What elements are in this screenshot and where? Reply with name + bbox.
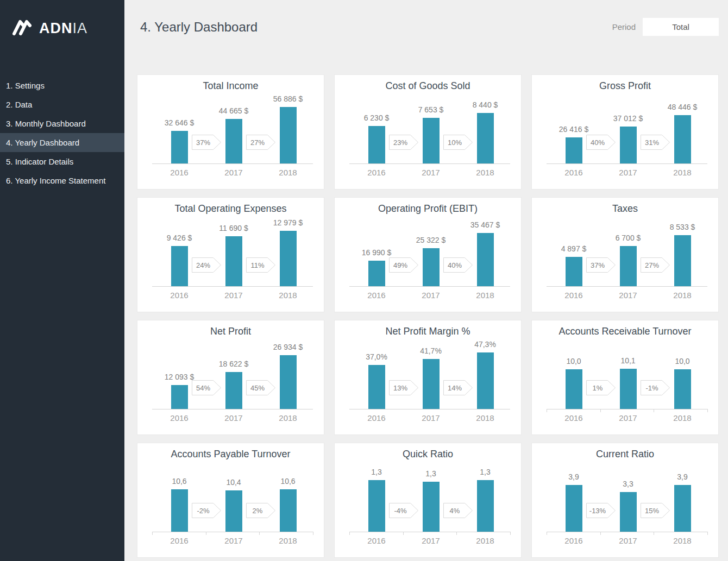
x-axis-line bbox=[152, 532, 313, 532]
axis-tick bbox=[654, 532, 654, 535]
year-label-2018: 2018 bbox=[453, 413, 518, 423]
change-badge-2: 10% bbox=[443, 135, 473, 150]
bar-2018 bbox=[477, 352, 494, 409]
change-badge-1: -4% bbox=[389, 503, 418, 518]
change-badge-1: 49% bbox=[389, 257, 418, 273]
axis-tick bbox=[403, 532, 404, 535]
change-value: 10% bbox=[443, 135, 466, 150]
change-value: 27% bbox=[641, 257, 663, 273]
year-label-2018: 2018 bbox=[453, 291, 518, 300]
bar-2017 bbox=[225, 372, 242, 409]
change-value: 23% bbox=[389, 135, 412, 150]
change-value: 13% bbox=[389, 380, 412, 395]
change-value: 31% bbox=[641, 135, 663, 150]
bar-2016 bbox=[566, 137, 582, 163]
x-axis-line bbox=[547, 286, 707, 287]
axis-tick bbox=[654, 409, 654, 412]
chart-card-gross-profit: Gross Profit 26 416 $201637 012 $201748 … bbox=[531, 74, 719, 190]
change-badge-2: 11% bbox=[246, 257, 275, 273]
value-label-2017: 6 700 $ bbox=[595, 234, 661, 242]
axis-tick bbox=[547, 532, 547, 535]
bar-2017 bbox=[423, 248, 440, 286]
axis-tick bbox=[206, 532, 206, 535]
x-axis-line bbox=[547, 532, 707, 532]
x-axis-line bbox=[349, 163, 510, 164]
change-value: 45% bbox=[246, 380, 269, 395]
x-axis-line bbox=[547, 409, 707, 409]
change-badge-1: 23% bbox=[389, 135, 418, 150]
sidebar-item-indicator-details[interactable]: 5. Indicator Details bbox=[0, 152, 124, 171]
value-label-2016: 4 897 $ bbox=[541, 244, 606, 253]
change-value: 11% bbox=[246, 257, 269, 273]
change-value: 14% bbox=[443, 380, 466, 395]
year-label-2018: 2018 bbox=[255, 291, 321, 300]
bar-2018 bbox=[280, 107, 297, 163]
x-axis-line bbox=[547, 163, 707, 164]
value-label-2016: 9 426 $ bbox=[147, 234, 212, 242]
chart-card-total-income: Total Income 32 646 $201644 665 $201756 … bbox=[137, 74, 324, 190]
change-badge-2: 27% bbox=[246, 135, 275, 150]
chart-plot: 16 990 $201625 322 $201735 467 $201849%4… bbox=[335, 198, 521, 312]
value-label-2017: 18 622 $ bbox=[201, 360, 266, 368]
sidebar-item-label: 2. Data bbox=[6, 100, 32, 109]
sidebar-item-settings[interactable]: 1. Settings bbox=[0, 76, 124, 95]
value-label-2016: 6 230 $ bbox=[344, 114, 409, 122]
value-label-2018: 10,0 bbox=[650, 357, 715, 365]
value-label-2018: 56 886 $ bbox=[255, 94, 321, 103]
change-badge-1: 1% bbox=[586, 380, 616, 395]
bar-2018 bbox=[280, 355, 297, 409]
sidebar-item-label: 4. Yearly Dashboard bbox=[6, 138, 79, 147]
sidebar-item-yearly-dashboard[interactable]: 4. Yearly Dashboard bbox=[0, 133, 124, 152]
adnia-logo-icon bbox=[11, 18, 33, 39]
page-title: 4. Yearly Dashboard bbox=[140, 20, 258, 35]
bar-2016 bbox=[171, 489, 188, 532]
chart-card-current-ratio: Current Ratio 3,920163,320173,92018-13%1… bbox=[531, 443, 719, 558]
year-label-2018: 2018 bbox=[650, 413, 715, 423]
sidebar-item-data[interactable]: 2. Data bbox=[0, 95, 124, 114]
sidebar-item-label: 1. Settings bbox=[6, 81, 45, 90]
bar-2018 bbox=[674, 115, 691, 163]
value-label-2017: 44 665 $ bbox=[201, 106, 266, 115]
axis-tick bbox=[259, 532, 260, 535]
axis-tick bbox=[313, 532, 313, 535]
sidebar-item-yearly-income-statement[interactable]: 6. Yearly Income Statement bbox=[0, 171, 124, 190]
year-label-2018: 2018 bbox=[255, 168, 321, 177]
charts-grid: Total Income 32 646 $201644 665 $201756 … bbox=[137, 74, 719, 558]
change-value: 15% bbox=[641, 503, 663, 518]
change-value: 37% bbox=[586, 257, 609, 273]
value-label-2016: 16 990 $ bbox=[344, 248, 409, 257]
bar-2017 bbox=[423, 118, 440, 163]
axis-tick bbox=[600, 409, 601, 412]
period-select[interactable]: Total bbox=[643, 18, 719, 36]
sidebar-item-monthly-dashboard[interactable]: 3. Monthly Dashboard bbox=[0, 114, 124, 133]
sidebar-menu: 1. Settings 2. Data 3. Monthly Dashboard… bbox=[0, 76, 124, 190]
x-axis-line bbox=[349, 409, 510, 409]
bar-2016 bbox=[368, 480, 385, 532]
axis-tick bbox=[349, 532, 350, 535]
x-axis-line bbox=[349, 286, 510, 287]
bar-2017 bbox=[620, 369, 637, 409]
change-value: 37% bbox=[192, 135, 215, 150]
bar-2016 bbox=[566, 485, 582, 532]
bar-2017 bbox=[225, 490, 242, 532]
bar-2018 bbox=[674, 235, 691, 286]
value-label-2018: 47,3% bbox=[453, 340, 518, 349]
change-value: 27% bbox=[246, 135, 269, 150]
bar-2018 bbox=[674, 369, 691, 409]
chart-plot: 4 897 $20166 700 $20178 533 $201837%27% bbox=[532, 198, 718, 312]
chart-plot: 1,320161,320171,32018-4%4% bbox=[335, 443, 521, 557]
change-value: -1% bbox=[641, 380, 663, 395]
bar-2017 bbox=[423, 482, 440, 532]
axis-tick bbox=[707, 409, 708, 412]
bar-2018 bbox=[674, 485, 691, 532]
change-value: 1% bbox=[586, 380, 609, 395]
chart-card-cost-of-goods-sold: Cost of Goods Sold 6 230 $20167 653 $201… bbox=[334, 74, 522, 190]
change-value: -4% bbox=[389, 503, 412, 518]
change-badge-1: -13% bbox=[586, 503, 616, 518]
change-value: 49% bbox=[389, 257, 412, 273]
axis-tick bbox=[456, 532, 457, 535]
sidebar: ADNIA 1. Settings 2. Data 3. Monthly Das… bbox=[0, 0, 124, 561]
bar-2018 bbox=[477, 480, 494, 532]
change-badge-1: 13% bbox=[389, 380, 418, 395]
bar-2017 bbox=[620, 492, 637, 532]
